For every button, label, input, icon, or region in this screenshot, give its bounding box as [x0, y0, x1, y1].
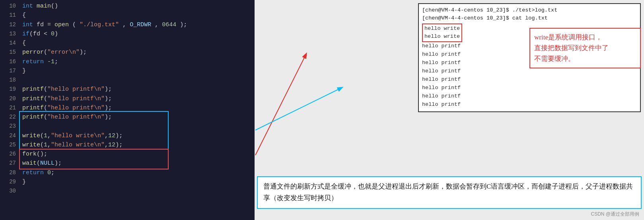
code-line-13: 13 if(fd < 0)	[0, 29, 255, 39]
code-line-19: 19 printf("hello printf\n");	[0, 85, 255, 94]
code-line-10: 10 int main()	[0, 2, 255, 11]
code-line-11: 11 {	[0, 11, 255, 20]
terminal-write-1: hello write	[424, 25, 460, 33]
svg-line-0	[255, 54, 306, 155]
code-line-24: 24 write(1,"hello write\n",12);	[0, 131, 255, 140]
terminal-write-2: hello write	[424, 33, 460, 41]
code-line-23: 23	[0, 122, 255, 131]
code-line-16: 16 return -1;	[0, 57, 255, 66]
csdn-watermark: CSDN @通过全部用例	[591, 211, 639, 218]
code-line-21: 21 printf("hello printf\n");	[0, 103, 255, 113]
code-line-14: 14 {	[0, 39, 255, 48]
output-panel: [chen@VM-4-4-centos 10_23]$ ./test>log.t…	[255, 0, 644, 220]
code-line-17: 17 }	[0, 66, 255, 76]
terminal-printf-7: hello printf	[422, 92, 637, 101]
terminal-prompt-1: [chen@VM-4-4-centos 10_23]$ ./test>log.t…	[422, 6, 637, 14]
code-line-29: 29 }	[0, 177, 255, 187]
terminal-printf-6: hello printf	[422, 84, 637, 92]
code-line-18: 18	[0, 76, 255, 85]
terminal-printf-8: hello printf	[422, 101, 637, 109]
terminal-prompt-2: [chen@VM-4-4-centos 10_23]$ cat log.txt	[422, 14, 637, 22]
svg-line-1	[255, 88, 342, 130]
terminal-printf-5: hello printf	[422, 76, 637, 84]
code-line-20: 20 printf("hello printf\n");	[0, 94, 255, 103]
terminal-printf-4: hello printf	[422, 67, 637, 76]
code-line-22: 22 printf("hello printf\n");	[0, 113, 255, 122]
code-line-26: 26 fork();	[0, 150, 255, 159]
code-panel: 10 int main() 11 { 12 int fd = open ( ".…	[0, 0, 255, 220]
code-line-27: 27 wait(NULL);	[0, 159, 255, 168]
annotation-buffer-explain: 普通文件的刷新方式是全缓冲，也就是父进程退出后才刷新，数据会暂存到C语言缓冲区，…	[257, 176, 642, 209]
code-line-30: 30	[0, 187, 255, 196]
code-line-28: 28 return 0;	[0, 168, 255, 177]
code-line-25: 25 write(1,"hello write\n",12);	[0, 140, 255, 150]
code-line-15: 15 perror("error\n");	[0, 48, 255, 57]
code-line-12: 12 int fd = open ( "./log.txt" , O_RDWR …	[0, 20, 255, 29]
annotation-write-system-call: write是系统调用接口， 直接把数据写到文件中了 不需要缓冲。	[529, 28, 641, 68]
